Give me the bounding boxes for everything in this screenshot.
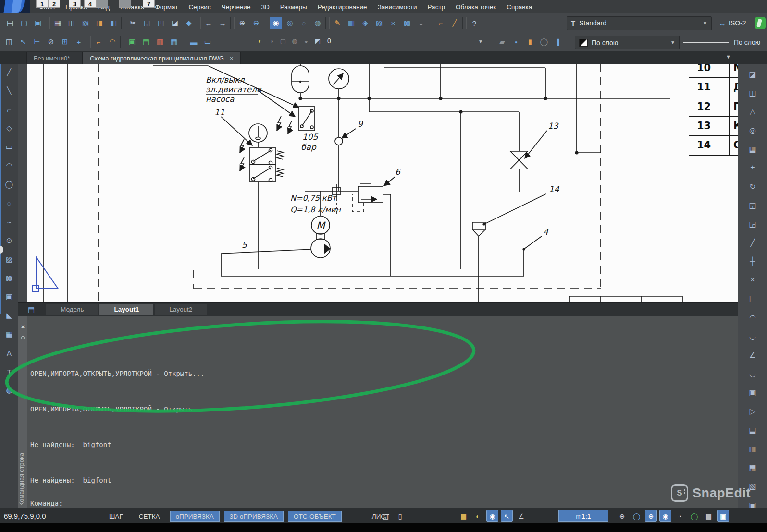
orbit-icon[interactable]: ◔ — [674, 510, 686, 522]
sep2-icon[interactable] — [120, 36, 124, 48]
toggle-otrack[interactable]: ОТС-ОБЪЕКТ — [288, 511, 342, 522]
fillet-icon[interactable]: ◡ — [746, 367, 759, 380]
menu-item-raster[interactable]: Растр — [422, 0, 451, 13]
table-export-icon[interactable]: ▩ — [401, 17, 413, 29]
quick-select-icon[interactable]: ↖ — [17, 36, 29, 48]
sep3-icon[interactable] — [182, 36, 186, 48]
help-icon[interactable]: ? — [468, 17, 481, 29]
copy-icon[interactable]: ◫ — [746, 86, 759, 99]
trim-icon[interactable]: ┼ — [746, 255, 759, 267]
layer-new-icon[interactable]: ▣ — [126, 36, 138, 48]
join-icon[interactable]: ◡ — [746, 330, 759, 342]
zoom-lens-icon[interactable]: ◯ — [631, 510, 643, 522]
menu-item-constraints[interactable]: Зависимости — [372, 0, 422, 13]
extend-icon[interactable]: ⊢ — [746, 292, 759, 305]
annotation-visibility-icon[interactable]: ▯ — [394, 510, 406, 522]
array-icon[interactable]: ▦ — [746, 143, 759, 155]
arc-tool-icon[interactable]: ◠ — [3, 159, 15, 172]
line-tool-icon[interactable]: ╱ — [3, 66, 15, 78]
zoom-extents-icon[interactable]: ◍ — [311, 17, 324, 29]
revision-cloud-tool-icon[interactable]: ◌ — [3, 197, 15, 209]
rotate-icon[interactable]: ↻ — [746, 180, 759, 193]
chevron-down-icon[interactable]: ▼ — [667, 40, 679, 45]
arc-tool-icon[interactable]: ◠ — [106, 36, 119, 48]
image-attach-icon[interactable]: ◣ — [3, 309, 15, 322]
menu-item-draw[interactable]: Черчение — [216, 0, 256, 13]
pedit-icon[interactable]: ▷ — [746, 405, 759, 417]
layer-freeze-tool-icon[interactable]: ▦ — [746, 461, 759, 473]
move-icon[interactable]: + — [746, 161, 759, 174]
doc-tab-schema-dwg[interactable]: Схема гидравлическая принципиальная.DWG … — [83, 52, 240, 64]
toggle-grid[interactable]: СЕТКА — [133, 511, 166, 522]
text-style-combo[interactable]: T Standard ▼ — [567, 16, 712, 30]
rectangle-tool-icon[interactable]: ▭ — [3, 141, 15, 153]
gradient-tool-icon[interactable]: ▩ — [3, 272, 15, 284]
layer-sun-icon[interactable]: ◑ — [266, 36, 277, 46]
layer-on-object-icon[interactable]: ▤ — [140, 36, 152, 48]
match-properties-icon[interactable]: ◆ — [183, 17, 195, 29]
menu-item-help[interactable]: Справка — [501, 0, 537, 13]
design-center-icon[interactable]: ◈ — [359, 17, 371, 29]
chevron-down-icon[interactable]: ▼ — [699, 21, 711, 26]
annotation-scale-icon[interactable]: ◱ — [380, 510, 392, 522]
layer-lock-icon[interactable]: ◍ — [289, 36, 300, 46]
parallelogram-icon[interactable]: ▰ — [496, 36, 508, 48]
sep1-icon[interactable] — [87, 36, 91, 48]
doc-tab-untitled0[interactable]: Без имени0* — [26, 52, 83, 64]
sep1-icon[interactable] — [46, 17, 50, 29]
plane-blue-icon[interactable]: ▪ — [510, 36, 522, 48]
sphere-tool-icon[interactable]: ◍ — [3, 384, 15, 397]
publish-icon[interactable]: ◨ — [93, 17, 106, 29]
explode-icon[interactable]: ▣ — [746, 386, 759, 399]
sep7-icon[interactable] — [429, 17, 433, 29]
layer-frame-icon[interactable]: ▢ — [278, 36, 288, 46]
toggle-o-icon[interactable]: ◯ — [538, 36, 550, 48]
copy-clip-icon[interactable]: ◱ — [141, 17, 153, 29]
print-preview-icon[interactable]: ◫ — [65, 17, 78, 29]
layer-chevron-down-icon[interactable]: ▼ — [478, 39, 483, 44]
drawing-canvas[interactable]: Вкл/выкл эл.двигателя насоса 105 бар N=0… — [18, 64, 738, 302]
edit-pencil-icon[interactable]: ✎ — [331, 17, 344, 29]
menu-item-point-clouds[interactable]: Облака точек — [450, 0, 501, 13]
sep8-icon[interactable] — [462, 17, 467, 29]
toggle-osnap[interactable]: оПРИВЯЗКА — [170, 511, 220, 522]
menu-item-dimensions[interactable]: Размеры — [275, 0, 312, 13]
layer-match-icon[interactable]: ▤ — [746, 423, 759, 436]
text-tool-icon[interactable]: T — [3, 365, 15, 378]
wipeout-tool-icon[interactable]: ▣ — [3, 290, 15, 303]
layer-walk-icon[interactable]: ▥ — [746, 442, 759, 455]
break-icon[interactable]: ◠ — [746, 311, 759, 324]
layer-swatch-icon[interactable]: ◩ — [312, 36, 323, 46]
mirror-icon[interactable]: △ — [746, 105, 759, 118]
layout-tab-layout1[interactable]: Layout1 — [99, 304, 153, 315]
zoom-in-icon[interactable]: ⊕ — [645, 510, 657, 522]
command-history[interactable]: OPEN,ИМПОРТА,ОТКРЫТЬ,УРЛОТКРОЙ - Открыть… — [30, 334, 419, 532]
layer-control[interactable]: ◐ ◑ ▢ ◍ ◒ ◩ 0 — [255, 36, 331, 46]
sep6-icon[interactable] — [325, 17, 330, 29]
lineweight-pin-icon[interactable]: ❚ — [552, 36, 564, 48]
snap-marker-icon[interactable]: ◉ — [486, 510, 498, 522]
pan-icon[interactable]: ⊕ — [236, 17, 248, 29]
mtext-tool-icon[interactable]: A — [3, 347, 15, 359]
menu-item-tools[interactable]: Сервис — [183, 0, 216, 13]
spline-tool-icon[interactable]: ~ — [3, 216, 15, 228]
stretch-icon[interactable]: ◲ — [746, 218, 759, 230]
external-db-icon[interactable]: ◒ — [415, 17, 427, 29]
plot-settings-icon[interactable]: ▧ — [79, 17, 92, 29]
close-icon[interactable]: × — [230, 55, 234, 62]
zoom-realtime-icon[interactable]: ⊖ — [250, 17, 262, 29]
zoom-window-icon[interactable]: ◉ — [270, 17, 282, 29]
rect-constraint-icon[interactable]: ⊞ — [59, 36, 71, 48]
polygon-tool-icon[interactable]: ◇ — [3, 122, 15, 134]
print-icon[interactable]: ▦ — [51, 17, 64, 29]
sep5-icon[interactable] — [264, 17, 268, 29]
layer-bulb-icon[interactable]: ◐ — [255, 36, 265, 46]
zoom-out-icon[interactable]: ◌ — [297, 17, 310, 29]
lengthen-icon[interactable]: ╱ — [746, 236, 759, 249]
tab-list-chevron-icon[interactable]: ▼ — [726, 54, 731, 60]
command-prompt-input[interactable]: Команда: — [30, 499, 62, 507]
layer-n-icon[interactable]: ▦ — [168, 36, 180, 48]
sep2-icon[interactable] — [121, 17, 125, 29]
fullscreen-icon[interactable]: ▣ — [717, 510, 729, 522]
zoom-previous-icon[interactable]: ◎ — [284, 17, 296, 29]
